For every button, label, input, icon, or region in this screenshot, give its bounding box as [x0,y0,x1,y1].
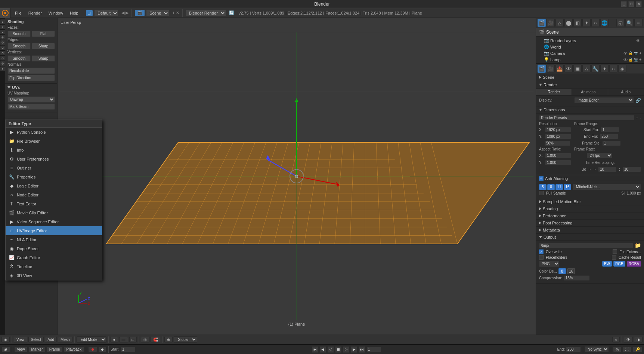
tl-keying-sets[interactable]: 🔑 [633,347,643,352]
editor-item-timeline[interactable]: ⏱ Timeline [6,262,58,271]
depth-16[interactable]: 16 [567,268,575,274]
minimize-btn[interactable]: _ [621,1,627,7]
cache-result-check[interactable] [612,255,616,260]
placeholders-check[interactable] [539,255,544,260]
snap-btn[interactable]: 🧲 [151,337,160,342]
side-icon-9[interactable]: ◕ [0,61,5,66]
res-y-input[interactable] [545,134,571,139]
edit-mode-select[interactable]: Edit Mode [77,336,106,343]
tl-play-back[interactable]: ◁ [327,346,334,353]
props-scene-icon[interactable]: 🎬 [538,65,546,73]
toolbar-select-btn[interactable]: Select [28,337,44,342]
overlay-btn[interactable]: 👁 [624,337,633,342]
menu-render[interactable]: Render [25,10,45,16]
tl-extra-2[interactable]: ⛶ [623,347,632,352]
props-render-icon[interactable]: 🎥 [547,65,555,73]
scene-icon-btn[interactable]: 🎬 [135,10,145,16]
editor-item-video-sequence[interactable]: ▶ Video Sequence Editor [6,217,58,226]
frame-ste-input[interactable] [602,140,621,146]
aa-filter-select[interactable]: Mitchell-Netr... [573,184,641,190]
end-frame-input[interactable] [600,134,618,139]
aa-16[interactable]: 16 [564,184,571,190]
shading-mode-btn[interactable]: ◑ [634,337,643,342]
aspect-x-input[interactable] [545,153,571,158]
current-frame-input[interactable] [366,347,381,352]
frame-rate-select[interactable]: 24 fps [586,152,613,159]
close-btn[interactable]: ✕ [636,1,642,7]
tree-item-lamp[interactable]: 💡 Lamp 👁 🔒 📷 ✦ [536,56,644,63]
sharp-edges-btn[interactable]: Sharp [32,43,55,49]
full-sample-check[interactable] [539,191,544,195]
output-path-input[interactable] [539,243,633,248]
smooth-verts-btn[interactable]: Smooth [7,55,31,62]
maximize-btn[interactable]: □ [628,1,634,7]
toolbar-mesh-btn[interactable]: Mesh [58,337,72,342]
editor-item-python-console[interactable]: ▶ Python Console [6,128,58,137]
side-icon-7[interactable]: ◓ [0,51,5,55]
rp-all-scenes-btn[interactable]: ≡ [634,19,643,27]
props-physics-icon[interactable]: ○ [609,65,617,73]
bw-btn[interactable]: BW [602,261,612,267]
side-icon-6[interactable]: ◒ [0,46,5,50]
menu-window[interactable]: Window [46,10,66,16]
props-object-icon[interactable]: ▣ [573,65,582,73]
percent-input[interactable] [544,140,570,146]
tree-item-renderlayers[interactable]: 📷 RenderLayers 👁 [536,37,644,44]
editor-item-user-preferences[interactable]: ⚙ User Preferences [6,155,58,164]
editor-item-file-browser[interactable]: 📁 File Browser [6,137,58,146]
layout-select[interactable]: Default [94,10,118,16]
props-output-icon[interactable]: 📤 [555,65,564,73]
camera-extra[interactable]: ✦ [639,51,642,56]
smooth-edges-btn[interactable]: Smooth [7,43,31,49]
editor-item-movie-clip[interactable]: 🎬 Movie Clip Editor [6,208,58,217]
overwrite-check[interactable]: ✓ [539,249,544,254]
side-icon-5[interactable]: ◑ [0,40,5,45]
end-input[interactable] [566,347,581,352]
res-x-input[interactable] [545,127,571,133]
rgb-btn[interactable]: RGB [613,261,625,267]
start-frame-input[interactable] [601,127,619,133]
tl-play-fwd[interactable]: ▷ [343,346,350,353]
lamp-lock[interactable]: 🔒 [628,58,633,62]
editor-type-btn[interactable]: □ [86,10,93,16]
start-input[interactable] [121,347,136,352]
tl-stop[interactable]: ⏹ [335,346,342,353]
editor-item-uv-image[interactable]: □ UV/Image Editor [6,226,58,235]
tl-view-btn[interactable]: View [14,347,28,352]
global-select[interactable]: Global [174,336,197,343]
flip-direction-btn[interactable]: Flip Direction [7,75,55,81]
scene-select[interactable]: Scene [146,10,169,16]
tl-playback-btn[interactable]: Playback [64,347,84,352]
toolbar-view-btn[interactable]: View [14,337,27,342]
lamp-extra[interactable]: ✦ [639,58,642,62]
tree-item-world[interactable]: 🌐 World [536,44,644,50]
editor-item-properties[interactable]: 🔧 Properties [6,173,58,181]
output-header[interactable]: Output [536,234,644,241]
depth-8[interactable]: 8 [558,268,566,274]
side-icon-2[interactable]: ▼ [0,25,5,29]
rp-view-btn[interactable]: ◱ [616,19,625,27]
tl-keyframe-btn[interactable]: ◆ [98,347,106,352]
edge-select-btn[interactable]: — [119,337,128,342]
unwrap-select[interactable]: Unwrap [7,96,55,103]
format-select[interactable]: PNG [539,261,560,267]
props-view-icon[interactable]: 👁 [564,65,573,73]
rp-physics-btn[interactable]: ○ [591,19,600,27]
side-icon-8[interactable]: ◔ [0,56,5,60]
render-engine-select[interactable]: Blender Render [186,10,226,16]
props-particles-icon[interactable]: ✦ [600,65,609,73]
editor-item-nla-editor[interactable]: ~ NLA Editor [6,235,58,244]
renderlayers-eye[interactable]: 👁 [636,38,640,43]
metadata-header[interactable]: Metadata [536,227,644,234]
toolbar-editor-icon[interactable]: ◈ [1,337,10,342]
aspect-y-input[interactable] [545,160,571,165]
shading-props-header[interactable]: Shading [536,205,644,212]
tab-render[interactable]: Render [536,89,572,95]
tl-extra-1[interactable]: ◎ [613,347,622,352]
rp-particles-btn[interactable]: ✦ [582,19,591,27]
tl-prev-frame[interactable]: ◀ [319,346,326,353]
aa-checkbox[interactable]: ✓ [539,176,544,181]
window-controls[interactable]: _ □ ✕ [621,1,642,7]
rp-render-btn[interactable]: 🎥 [547,19,555,27]
motion-blur-header[interactable]: Sampled Motion Blur [536,198,644,205]
